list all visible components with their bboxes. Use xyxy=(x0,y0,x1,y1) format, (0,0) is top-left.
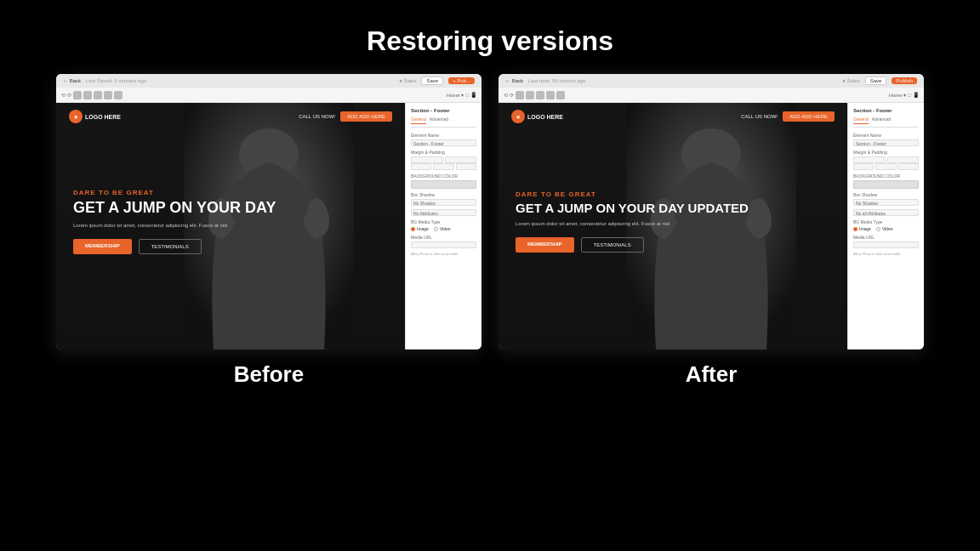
after-label: After xyxy=(686,361,738,388)
after-radio-video[interactable]: Video xyxy=(876,226,893,231)
after-element-name-label: Element Name xyxy=(853,133,919,138)
after-panel-title: Section - Footer xyxy=(853,108,919,113)
after-editor: ◉ LOGO HERE CALL US NOW! ADD ADD HERE DA… xyxy=(499,103,924,349)
before-panel-title: Section - Footer xyxy=(411,108,476,113)
comparison-container: ← Back Last Saved: 5 minutes ago ● Sales… xyxy=(0,74,980,388)
after-testimonials-button[interactable]: TESTIMONIALS xyxy=(581,237,644,253)
before-browser: ← Back Last Saved: 5 minutes ago ● Sales… xyxy=(56,74,481,349)
after-radio-image[interactable]: Image xyxy=(853,226,871,231)
before-toolbar: ⟲ ⟳ Home ▾ □ 📱 xyxy=(56,88,481,103)
after-margin-top[interactable] xyxy=(853,156,886,163)
after-hero-desc: Lorem ipsum dolor sit amet, consectetur … xyxy=(516,220,830,227)
after-back-button[interactable]: ← Back xyxy=(505,78,523,83)
after-padding-top[interactable] xyxy=(887,156,920,163)
after-padding-left[interactable] xyxy=(853,163,874,170)
after-logo-icon: ◉ xyxy=(511,110,525,123)
after-bg-media-section: BG Media Type Image Video xyxy=(853,219,919,231)
before-padding-right[interactable] xyxy=(456,163,476,170)
after-margin-padding-label: Margin & Padding xyxy=(853,150,919,155)
before-canvas: ◉ LOGO HERE CALL US NOW! ADD ADD HERE DA… xyxy=(56,103,405,349)
before-bg-color-section: BACKGROUND COLOR xyxy=(411,173,476,189)
after-margin-inputs xyxy=(853,156,919,163)
after-membership-button[interactable]: MEMBERSHIP xyxy=(516,237,574,253)
before-element-name-value: Section - Footer xyxy=(412,140,476,147)
before-logo-icon: ◉ xyxy=(69,110,83,123)
before-hero-buttons: MEMBERSHIP TESTIMONIALS xyxy=(73,239,388,254)
after-version-bar: ← Back Last note: 59 version ago ● Sales… xyxy=(499,74,924,88)
page-title: Restoring versions xyxy=(0,0,980,74)
before-logo: ◉ LOGO HERE xyxy=(69,110,121,123)
before-radio-image[interactable]: Image xyxy=(411,226,429,231)
after-allow-note: Allow Photo to hide some width xyxy=(853,252,919,256)
before-media-url-label: Media URL xyxy=(411,235,476,240)
before-box-shadow-dropdown[interactable]: No Shadow xyxy=(411,199,476,206)
after-none-section: No all Attributes xyxy=(853,209,919,216)
before-logo-text: LOGO HERE xyxy=(85,114,121,120)
before-testimonials-button[interactable]: TESTIMONIALS xyxy=(139,239,202,254)
before-none-value: No Attributes xyxy=(412,210,476,217)
before-margin-top[interactable] xyxy=(411,156,443,163)
before-padding-center[interactable] xyxy=(433,163,453,170)
after-right-panel: Section - Footer General Advanced Elemen… xyxy=(847,103,924,349)
before-allow-note: Allow Photo to hide some width xyxy=(411,252,476,256)
before-none-section: No Attributes xyxy=(411,209,476,216)
after-none-value: No all Attributes xyxy=(854,210,918,217)
before-element-name-input[interactable]: Section - Footer xyxy=(411,139,476,146)
before-version-bar: ← Back Last Saved: 5 minutes ago ● Sales… xyxy=(56,74,481,88)
before-editor: ◉ LOGO HERE CALL US NOW! ADD ADD HERE DA… xyxy=(56,103,481,349)
after-media-url-input[interactable] xyxy=(853,241,919,248)
after-padding-center[interactable] xyxy=(875,163,896,170)
before-none-dropdown[interactable]: No Attributes xyxy=(411,209,476,216)
toolbar-icon-3 xyxy=(94,91,102,99)
before-bg-color-label: BACKGROUND COLOR xyxy=(411,173,476,179)
before-tab-advanced[interactable]: Advanced xyxy=(430,116,448,124)
before-padding-top[interactable] xyxy=(445,156,477,163)
toolbar-icon-2 xyxy=(83,91,92,99)
after-element-name-input[interactable]: Section - Footer xyxy=(853,139,919,146)
after-bg-media-label: BG Media Type xyxy=(853,219,919,224)
before-box-shadow-value: No Shadow xyxy=(412,200,476,207)
after-allow-note-section: Allow Photo to hide some width xyxy=(853,252,919,256)
after-margin-padding-section: Margin & Padding xyxy=(853,150,919,170)
after-bg-color-input[interactable] xyxy=(853,180,919,189)
before-label: Before xyxy=(234,361,304,388)
before-hero-subtitle: DARE TO BE GREAT xyxy=(73,189,388,196)
after-box-shadow-dropdown[interactable]: No Shadow xyxy=(853,199,919,206)
before-margin-padding-label: Margin & Padding xyxy=(411,150,476,155)
before-radio-video-dot xyxy=(434,227,438,231)
after-bg-color-label: BACKGROUND COLOR xyxy=(853,173,919,179)
after-save-button[interactable]: Save xyxy=(865,77,887,85)
after-element-name-value: Section - Footer xyxy=(854,140,918,147)
before-radio-video[interactable]: Video xyxy=(434,226,451,231)
after-tab-general[interactable]: General xyxy=(853,116,869,124)
before-back-button[interactable]: ← Back xyxy=(63,78,81,83)
before-box-shadow-label: Box Shadow xyxy=(411,192,476,197)
before-padding-left[interactable] xyxy=(411,163,431,170)
before-publish-button[interactable]: + Pub... xyxy=(448,77,475,84)
after-browser: ← Back Last note: 59 version ago ● Sales… xyxy=(499,74,924,349)
after-publish-button[interactable]: Publish xyxy=(892,77,917,84)
after-canvas: ◉ LOGO HERE CALL US NOW! ADD ADD HERE DA… xyxy=(499,103,847,349)
before-bg-color-input[interactable] xyxy=(411,180,476,189)
after-nav-cta[interactable]: ADD ADD HERE xyxy=(783,111,835,122)
after-none-dropdown[interactable]: No all Attributes xyxy=(853,209,919,216)
after-toolbar-icon-1 xyxy=(516,91,524,99)
before-version-text: Last Saved: 5 minutes ago xyxy=(86,78,146,83)
before-media-url-input[interactable] xyxy=(411,241,476,248)
before-item: ← Back Last Saved: 5 minutes ago ● Sales… xyxy=(56,74,481,388)
before-radio-image-dot xyxy=(411,227,415,231)
before-tab-general[interactable]: General xyxy=(411,116,426,124)
before-nav-cta[interactable]: ADD ADD HERE xyxy=(340,111,392,122)
before-radio-group: Image Video xyxy=(411,226,476,231)
after-padding-right[interactable] xyxy=(898,163,919,170)
after-toolbar-icon-4 xyxy=(546,91,555,99)
after-logo-text: LOGO HERE xyxy=(527,114,563,120)
after-item: ← Back Last note: 59 version ago ● Sales… xyxy=(499,74,924,388)
after-tab-advanced[interactable]: Advanced xyxy=(872,116,891,124)
before-hero-desc: Lorem ipsum dolor sit amet, consectetur … xyxy=(73,222,388,229)
before-right-panel: Section - Footer General Advanced Elemen… xyxy=(405,103,481,349)
before-margin-inputs xyxy=(411,156,476,163)
after-toolbar-icon-2 xyxy=(526,91,534,99)
before-membership-button[interactable]: MEMBERSHIP xyxy=(73,239,132,254)
before-save-button[interactable]: Save xyxy=(421,77,443,85)
